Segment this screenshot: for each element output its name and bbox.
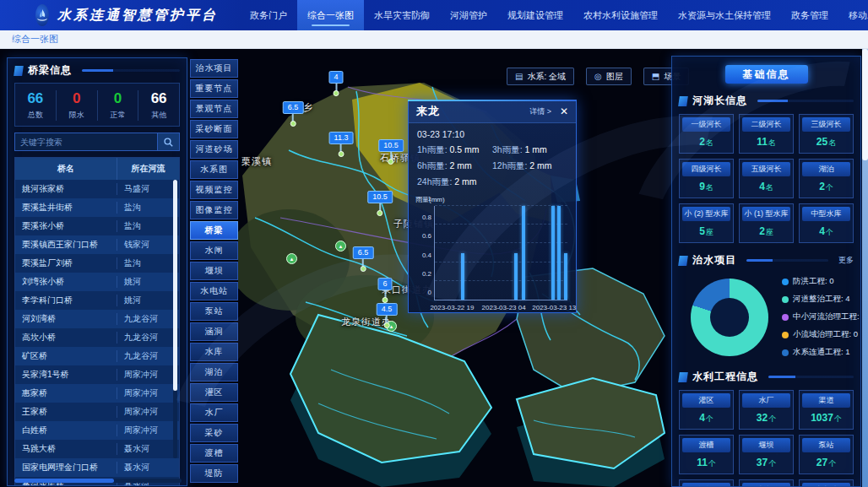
layer-item-泵站[interactable]: 泵站 [190, 302, 238, 321]
layer-item-视频监控[interactable]: 视频监控 [190, 181, 238, 199]
river-chief-card[interactable]: 中型水库4个 [799, 203, 854, 243]
breadcrumb[interactable]: 综合一张图 [0, 30, 868, 49]
layer-item-水闸[interactable]: 水闸 [190, 241, 238, 260]
river-chief-card[interactable]: 小 (2) 型水库5座 [679, 203, 734, 243]
engineering-card[interactable]: 渠道1037个 [799, 390, 854, 430]
water-level-marker[interactable]: 10.5 [378, 136, 404, 165]
engineering-card[interactable]: 水电站3个 [799, 479, 854, 487]
table-row[interactable]: 高坎小桥九龙谷河 [15, 328, 179, 347]
table-vertical-scrollbar[interactable] [173, 180, 177, 458]
layer-item-水库[interactable]: 水库 [190, 343, 238, 361]
map-control-水系: 全域[interactable]: ▤水系: 全域 [507, 68, 574, 85]
river-chief-card[interactable]: 五级河长4名 [739, 159, 794, 198]
table-row[interactable]: 白姓桥周家冲河 [15, 421, 179, 440]
river-chief-card[interactable]: 湖泊2个 [799, 159, 854, 198]
engineering-card[interactable]: 灌区4个 [679, 390, 734, 430]
nav-item-政务管理[interactable]: 政务管理 [781, 0, 838, 30]
engineering-card[interactable]: 涵洞47个 [679, 479, 734, 487]
river-chief-card[interactable]: 四级河长9名 [679, 159, 734, 198]
layer-item-采砂[interactable]: 采砂 [190, 424, 238, 442]
section-marker-icon [678, 256, 688, 266]
map-control-图层[interactable]: ◎图层 [586, 68, 632, 85]
table-horizontal-scrollbar[interactable] [14, 479, 182, 483]
engineering-card[interactable]: 泵站27个 [799, 435, 854, 474]
layer-item-景观节点[interactable]: 景观节点 [190, 100, 238, 118]
table-row[interactable]: 河刘湾桥九龙谷河 [15, 310, 179, 328]
water-level-marker[interactable]: 6.5 [353, 243, 374, 272]
layer-item-治水项目[interactable]: 治水项目 [190, 59, 238, 78]
table-row[interactable]: 栗溪盐厂刘桥盐沟 [15, 254, 179, 273]
water-level-marker[interactable]: 4 [328, 68, 343, 96]
layer-item-水系图[interactable]: 水系图 [190, 160, 238, 179]
layer-item-采砂断面[interactable]: 采砂断面 [190, 120, 238, 138]
river-name-cell: 九龙谷河 [117, 350, 179, 362]
station-icon[interactable]: ▲ [335, 241, 346, 252]
water-level-marker[interactable]: 4.5 [377, 300, 398, 328]
breadcrumb-label: 综合一张图 [12, 33, 58, 46]
nav-item-农村水利设施管理[interactable]: 农村水利设施管理 [573, 0, 668, 30]
nav-item-政务门户[interactable]: 政务门户 [240, 0, 297, 30]
layer-item-图像监控[interactable]: 图像监控 [190, 201, 238, 219]
engineering-card[interactable]: 渡槽11个 [679, 435, 734, 474]
search-button[interactable] [158, 133, 180, 151]
table-row[interactable]: 惠家桥周家冲河 [15, 384, 179, 403]
chart-plot-area: 00.20.40.60.812023-03-22 192023-03-23 04… [434, 206, 567, 300]
layer-item-堰坝[interactable]: 堰坝 [190, 262, 238, 280]
card-unit: 名 [706, 183, 713, 192]
layer-item-灌区[interactable]: 灌区 [190, 383, 238, 402]
table-row[interactable]: 栗溪张小桥盐沟 [15, 217, 179, 235]
water-level-marker[interactable]: 10.5 [367, 187, 393, 216]
layer-item-湖泊[interactable]: 湖泊 [190, 363, 238, 381]
nav-item-移动工作管理[interactable]: 移动工作管理 [838, 0, 868, 30]
layer-item-水厂[interactable]: 水厂 [190, 403, 238, 422]
nav-item-水旱灾害防御[interactable]: 水旱灾害防御 [364, 0, 440, 30]
table-row[interactable]: 姚河张家桥马盛河 [15, 180, 179, 198]
layer-item-河道砂场[interactable]: 河道砂场 [190, 140, 238, 159]
basic-info-badge[interactable]: 基础信息 [725, 65, 808, 84]
layer-item-水电站[interactable]: 水电站 [190, 282, 238, 300]
river-chief-card[interactable]: 小 (1) 型水库2座 [739, 203, 794, 243]
table-row[interactable]: 马跳大桥聂水河 [15, 440, 179, 458]
rainfall-metric: 3h雨量: 1 mm [492, 144, 567, 156]
engineering-card[interactable]: 桥梁66个 [739, 479, 794, 487]
search-input[interactable] [14, 133, 158, 151]
table-row[interactable]: 矿区桥九龙谷河 [15, 347, 179, 365]
project-header: 治水项目 更多 [672, 248, 860, 271]
table-row[interactable]: 王家桥周家冲河 [15, 403, 179, 421]
table-row[interactable]: 栗溪盐井街桥盐沟 [15, 198, 179, 217]
river-chief-card[interactable]: 三级河长25名 [799, 114, 854, 154]
card-unit: 座 [706, 228, 713, 236]
popup-detail-link[interactable]: 详情 > [529, 106, 551, 117]
layer-item-涵洞[interactable]: 涵洞 [190, 322, 238, 341]
rainfall-metric: 1h雨量: 0.5 mm [417, 144, 492, 156]
page-scrollbar[interactable] [862, 49, 868, 487]
river-chief-card[interactable]: 二级河长11名 [739, 114, 794, 154]
table-row[interactable]: 国家电网理金门口桥聂水河 [15, 458, 179, 477]
engineering-card[interactable]: 水厂32个 [739, 390, 794, 430]
nav-item-河湖管护[interactable]: 河湖管护 [440, 0, 497, 30]
engineering-card[interactable]: 堰坝37个 [739, 435, 794, 474]
nav-item-综合一张图[interactable]: 综合一张图 [297, 0, 364, 30]
project-title: 治水项目 [692, 253, 736, 268]
layer-item-重要节点[interactable]: 重要节点 [190, 79, 238, 98]
table-row[interactable]: 刘塆张小桥姚河 [15, 273, 179, 291]
table-row[interactable]: 李学科门口桥姚河 [15, 291, 179, 310]
water-level-marker[interactable]: 11.3 [329, 128, 354, 157]
layer-item-堤防[interactable]: 堤防 [190, 464, 238, 483]
water-level-marker[interactable]: 6 [377, 274, 392, 303]
rainfall-metric: 24h雨量: 2 mm [417, 176, 492, 188]
layer-item-渡槽[interactable]: 渡槽 [190, 444, 238, 463]
town-label: 栗溪镇 [241, 155, 272, 168]
layer-item-桥梁[interactable]: 桥梁 [190, 221, 238, 240]
nav-item-水资源与水土保持管理[interactable]: 水资源与水土保持管理 [668, 0, 781, 30]
station-icon[interactable]: ▲ [286, 253, 297, 264]
nav-item-规划建设管理[interactable]: 规划建设管理 [497, 0, 573, 30]
table-row[interactable]: 栗溪镇西王家门口桥钱家河 [15, 235, 179, 254]
river-chief-card[interactable]: 一级河长2名 [679, 114, 734, 154]
close-icon[interactable]: ✕ [560, 106, 568, 116]
table-row[interactable]: 吴家湾1号桥周家冲河 [15, 365, 179, 384]
main-area: ▤水系: 全域◎图层⬒场景 仙居乡栗溪镇石桥驿镇子陵铺镇泉口街道办龙泉街道办46… [0, 49, 868, 487]
water-level-marker[interactable]: 6.5 [283, 98, 304, 127]
project-more-link[interactable]: 更多 [838, 255, 854, 266]
section-marker-icon [678, 96, 688, 106]
